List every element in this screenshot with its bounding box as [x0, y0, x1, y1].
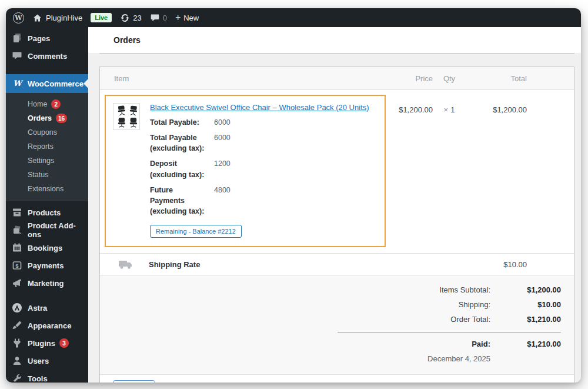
- page-header: Orders: [88, 27, 581, 53]
- meta-row-deposit: Deposit (excluding tax): 1200: [150, 158, 377, 179]
- appearance-brush-icon: [12, 320, 22, 331]
- submenu-item-home[interactable]: Home 2: [6, 97, 88, 111]
- line-item-qty: ×1: [433, 105, 466, 114]
- pages-icon: [12, 33, 22, 44]
- submenu-item-extensions[interactable]: Extensions: [6, 182, 88, 196]
- products-icon: [12, 207, 22, 218]
- sidebar-item-users[interactable]: Users: [6, 352, 88, 370]
- sidebar-item-products[interactable]: Products: [6, 204, 88, 221]
- sidebar-item-appearance[interactable]: Appearance: [6, 317, 88, 334]
- shipping-total: $10.00: [466, 260, 527, 269]
- sidebar-item-plugins[interactable]: Plugins 3: [6, 334, 88, 352]
- meta-row-future-payments: Future Payments (excluding tax): 4800: [150, 185, 377, 217]
- sidebar-item-marketing[interactable]: Marketing: [6, 274, 88, 292]
- meta-row-total-payable-ex-tax: Total Payable (excluding tax): 6000: [150, 132, 377, 154]
- totals-row-order-total: Order Total: $1,210.00: [113, 312, 561, 327]
- refund-button[interactable]: Refund: [113, 380, 155, 383]
- sidebar-item-label: Appearance: [28, 321, 71, 330]
- shipping-truck-icon: [118, 258, 133, 270]
- sidebar-item-label: Plugins: [28, 339, 55, 348]
- submenu-label: Settings: [28, 157, 54, 165]
- qty-value: 1: [450, 105, 455, 114]
- product-name-link[interactable]: Black Executive Swivel Office Chair – Wh…: [150, 103, 369, 112]
- submenu-label: Orders: [28, 114, 52, 122]
- order-items-panel: Item Price Qty Total: [99, 67, 574, 383]
- totals-value: $1,200.00: [490, 285, 561, 294]
- sidebar-item-product-addons[interactable]: Product Add-ons: [6, 221, 88, 239]
- column-item: Item: [100, 74, 129, 83]
- payments-icon: $: [12, 260, 22, 271]
- submenu-item-orders[interactable]: Orders 16: [6, 111, 88, 125]
- totals-label: Shipping:: [459, 300, 490, 309]
- shipping-label: Shipping Rate: [149, 260, 200, 269]
- sidebar-item-tools[interactable]: Tools: [6, 370, 88, 383]
- deposit-details-highlight: Black Executive Swivel Office Chair – Wh…: [105, 95, 386, 247]
- product-addons-icon: [12, 225, 22, 235]
- woocommerce-submenu: Home 2 Orders 16 Coupons Reports Setting…: [6, 93, 88, 201]
- bookings-calendar-icon: [12, 242, 22, 253]
- totals-row-shipping: Shipping: $10.00: [113, 297, 561, 312]
- sidebar-item-label: WooCommerce: [28, 79, 83, 88]
- submenu-item-coupons[interactable]: Coupons: [6, 125, 88, 139]
- totals-divider: [338, 333, 561, 333]
- sidebar-item-label: Marketing: [28, 279, 64, 288]
- svg-text:$: $: [15, 262, 19, 269]
- sidebar-item-label: Products: [28, 208, 61, 217]
- submenu-label: Home: [28, 100, 47, 108]
- comment-bubble-icon: [150, 13, 160, 23]
- main-content: Orders Item Price Qty Total: [88, 27, 581, 383]
- submenu-item-status[interactable]: Status: [6, 168, 88, 182]
- woocommerce-icon: W: [12, 79, 23, 88]
- remaining-balance-button[interactable]: Remaining - Balance #2212: [150, 225, 242, 238]
- totals-row-paid: Paid: $1,210.00: [113, 337, 561, 351]
- plugins-badge: 3: [59, 338, 69, 348]
- wp-admin-bar: W PluginHive Live 23 0 + New: [6, 8, 581, 27]
- site-name: PluginHive: [46, 14, 82, 22]
- marketing-megaphone-icon: [12, 278, 22, 288]
- sidebar-item-pages[interactable]: Pages: [6, 29, 88, 47]
- updates-count: 23: [133, 14, 141, 22]
- shipping-row: Shipping Rate $10.00: [100, 253, 574, 275]
- meta-value: 4800: [205, 185, 230, 217]
- wordpress-logo-icon: W: [13, 12, 24, 24]
- updates-menu[interactable]: 23: [120, 13, 141, 23]
- totals-row-subtotal: Items Subtotal: $1,200.00: [113, 282, 561, 297]
- sidebar-item-label: Astra: [28, 304, 47, 312]
- order-totals-section: Items Subtotal: $1,200.00 Shipping: $10.…: [100, 275, 574, 374]
- order-actions-footer: Refund ? This order is no longer editabl…: [100, 374, 574, 383]
- paid-value: $1,210.00: [490, 340, 561, 348]
- sidebar-item-label: Payments: [28, 261, 64, 270]
- new-label: New: [183, 14, 199, 22]
- sidebar-item-bookings[interactable]: Bookings: [6, 239, 88, 257]
- new-content-menu[interactable]: + New: [175, 13, 199, 22]
- astra-icon: [12, 302, 22, 313]
- submenu-label: Status: [28, 171, 48, 179]
- submenu-item-reports[interactable]: Reports: [6, 139, 88, 154]
- sidebar-item-label: Comments: [28, 52, 67, 61]
- plugins-icon: [12, 338, 22, 348]
- sidebar-item-label: Users: [28, 357, 49, 365]
- comments-count: 0: [163, 14, 167, 22]
- browser-window: W PluginHive Live 23 0 + New Pages: [6, 8, 581, 383]
- meta-value: 6000: [205, 132, 230, 154]
- wordpress-menu[interactable]: W: [13, 12, 24, 24]
- line-item-price: $1,200.00: [386, 105, 433, 114]
- site-link[interactable]: PluginHive: [32, 13, 82, 23]
- sidebar-item-label: Pages: [28, 34, 50, 43]
- comments-menu[interactable]: 0: [150, 13, 167, 23]
- submenu-label: Coupons: [28, 128, 57, 137]
- sidebar-item-astra[interactable]: Astra: [6, 299, 88, 317]
- line-item-total: $1,200.00: [466, 105, 527, 114]
- column-price: Price: [386, 74, 433, 83]
- multiply-sign: ×: [444, 105, 449, 114]
- meta-label: Deposit (excluding tax):: [150, 158, 205, 179]
- sidebar-item-comments[interactable]: Comments: [6, 47, 88, 65]
- order-line-item-row: Black Executive Swivel Office Chair – Wh…: [100, 90, 574, 253]
- submenu-item-settings[interactable]: Settings: [6, 154, 88, 168]
- sidebar-item-payments[interactable]: $ Payments: [6, 257, 88, 274]
- live-badge: Live: [91, 13, 112, 22]
- sidebar-item-woocommerce[interactable]: W WooCommerce: [6, 74, 88, 93]
- meta-row-total-payable: Total Payable: 6000: [150, 117, 377, 128]
- meta-label: Total Payable:: [150, 117, 205, 128]
- totals-label: Items Subtotal:: [439, 285, 490, 294]
